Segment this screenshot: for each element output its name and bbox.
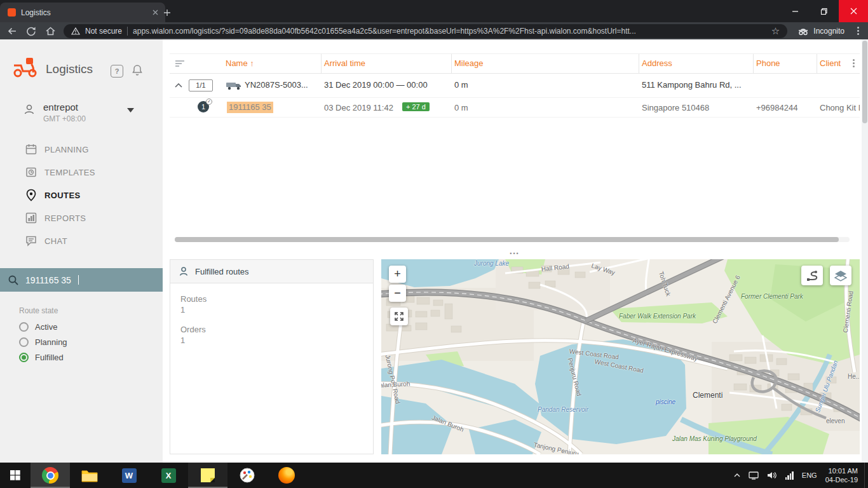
column-header-phone[interactable]: Phone	[756, 54, 780, 73]
route-curve-icon	[806, 269, 818, 282]
fullscreen-arrows-icon	[394, 311, 404, 322]
sort-up-icon[interactable]: ↑	[250, 58, 254, 68]
tray-display-icon[interactable]	[749, 471, 759, 480]
search-value[interactable]: 1911165 35	[25, 275, 71, 285]
summary-header: Fulfilled routes	[170, 260, 373, 283]
tray-clock[interactable]: 10:01 AM 04-Dec-19	[825, 466, 858, 485]
taskbar-chrome-button[interactable]	[31, 463, 70, 488]
scrollbar-thumb[interactable]	[175, 237, 839, 242]
taskbar-paint-button[interactable]	[227, 463, 267, 488]
map-fullscreen-button[interactable]	[390, 308, 408, 325]
user-name[interactable]: entrepot	[43, 102, 78, 112]
route-name[interactable]: YN2087S-5003...	[245, 80, 308, 90]
sidebar-item-chat[interactable]: CHAT	[0, 229, 163, 252]
table-options-icon[interactable]	[853, 59, 855, 67]
collapse-chevron-icon[interactable]	[175, 83, 182, 88]
tray-expand-icon[interactable]	[734, 473, 740, 477]
sidebar-item-reports[interactable]: REPORTS	[0, 207, 163, 229]
order-name-highlighted[interactable]: 1911165 35	[227, 102, 273, 113]
taskbar-start-button[interactable]	[0, 463, 31, 488]
fulfilled-routes-panel: Fulfilled routes Routes 1 Orders 1	[170, 259, 374, 454]
route-state-title: Route state	[19, 306, 58, 315]
taskbar-word-button[interactable]: W	[109, 463, 149, 488]
sidebar-item-routes[interactable]: ROUTES	[0, 184, 163, 207]
sticky-notes-icon	[201, 468, 215, 482]
map-zoom-out-button[interactable]: −	[389, 285, 406, 302]
summary-body: Routes 1 Orders 1	[170, 283, 373, 365]
order-row[interactable]: 1 ✓ 1911165 35 03 Dec 2019 11:42 + 27 d …	[170, 98, 860, 118]
search-input[interactable]: 1911165 35	[0, 268, 163, 292]
map-zoom-in-button[interactable]: +	[389, 266, 406, 283]
file-explorer-icon	[81, 469, 98, 482]
map-route-tool-button[interactable]	[801, 266, 823, 285]
tab-title: Logistics	[21, 8, 145, 17]
logistics-app: Logistics ? entrepot GMT +08:00	[0, 39, 862, 463]
show-desktop-button[interactable]	[864, 463, 868, 488]
route-state-option-planning[interactable]: Planning	[19, 334, 67, 349]
url-text[interactable]: apps.wialon.com/logistics/?sid=09a8de88d…	[133, 27, 766, 36]
reload-icon[interactable]	[23, 24, 39, 39]
column-header-arrival[interactable]: Arrival time	[324, 54, 365, 73]
browser-scrollbar-thumb[interactable]	[862, 41, 867, 123]
security-label[interactable]: Not secure	[85, 27, 122, 36]
tray-volume-icon[interactable]	[767, 471, 777, 479]
route-person-icon	[178, 266, 189, 277]
calendar-icon	[25, 144, 37, 155]
column-header-mileage[interactable]: Mileage	[454, 54, 484, 73]
route-pager[interactable]: 1/1	[189, 79, 213, 92]
column-header-name[interactable]: Name ↑	[226, 54, 254, 73]
sidebar-item-planning[interactable]: PLANNING	[0, 138, 163, 161]
map-panel[interactable]: Jurong Lake Hall Road Lay Way Toh Tuck F…	[381, 259, 860, 454]
home-icon[interactable]	[42, 24, 58, 39]
tab-close-icon[interactable]	[150, 8, 160, 18]
taskbar-excel-button[interactable]: X	[149, 463, 188, 488]
address-bar[interactable]: Not secure apps.wialon.com/logistics/?si…	[64, 24, 787, 38]
order-status-icon: ✓	[206, 98, 212, 105]
panel-splitter-handle[interactable]: •••	[170, 249, 860, 259]
browser-scrollbar[interactable]	[862, 39, 868, 463]
order-arrival: 03 Dec 2019 11:42	[324, 103, 393, 112]
user-dropdown-icon[interactable]	[127, 108, 134, 112]
browser-tab[interactable]: Logistics	[0, 3, 165, 22]
radio-selected-icon[interactable]	[19, 353, 29, 362]
not-secure-warning-icon[interactable]	[71, 27, 80, 35]
table-horizontal-scrollbar[interactable]	[175, 237, 850, 242]
window-minimize-button[interactable]	[780, 0, 810, 22]
route-state-option-fulfilled[interactable]: Fulfilled	[19, 349, 64, 365]
new-tab-button[interactable]	[160, 6, 174, 20]
browser-menu-icon[interactable]	[852, 27, 864, 35]
omnibox-divider	[127, 27, 128, 36]
window-restore-button[interactable]	[810, 0, 839, 22]
route-group-row[interactable]: 1/1 YN2087S-5003... 31 Dec 2019 00:00 — …	[170, 74, 860, 98]
radio-unselected-icon[interactable]	[19, 337, 29, 347]
window-close-button[interactable]	[839, 0, 868, 22]
order-phone: +96984244	[756, 103, 797, 112]
taskbar: W X	[0, 463, 868, 488]
tray-network-icon[interactable]	[785, 471, 794, 480]
map-layers-button[interactable]	[830, 266, 851, 285]
help-button[interactable]: ?	[111, 65, 123, 78]
taskbar-explorer-button[interactable]	[70, 463, 109, 488]
taskbar-firefox-button[interactable]	[267, 463, 306, 488]
chrome-icon	[42, 467, 58, 484]
radio-unselected-icon[interactable]	[19, 322, 29, 332]
sidebar-item-templates[interactable]: TEMPLATES	[0, 161, 163, 184]
incognito-badge: Incognito	[792, 27, 850, 36]
column-header-address[interactable]: Address	[642, 54, 672, 73]
expand-all-icon[interactable]	[175, 60, 185, 67]
route-state-option-active[interactable]: Active	[19, 319, 57, 334]
incognito-label: Incognito	[813, 27, 844, 36]
order-address: Singapore 510468	[642, 103, 709, 112]
taskbar-stickynotes-button[interactable]	[188, 463, 227, 488]
route-address: 511 Kampong Bahru Rd, ...	[642, 80, 742, 90]
stat-routes: Routes 1	[180, 294, 363, 315]
summary-title: Fulfilled routes	[195, 267, 249, 276]
tab-favicon-icon	[8, 8, 16, 17]
tray-language-button[interactable]: ENG	[802, 471, 817, 479]
bookmark-star-icon[interactable]: ☆	[771, 25, 780, 37]
back-icon[interactable]	[4, 24, 20, 39]
column-header-client[interactable]: Client	[820, 54, 841, 73]
search-icon	[8, 274, 19, 286]
order-number-badge: 1 ✓	[198, 101, 209, 112]
notifications-bell-icon[interactable]	[131, 64, 144, 78]
